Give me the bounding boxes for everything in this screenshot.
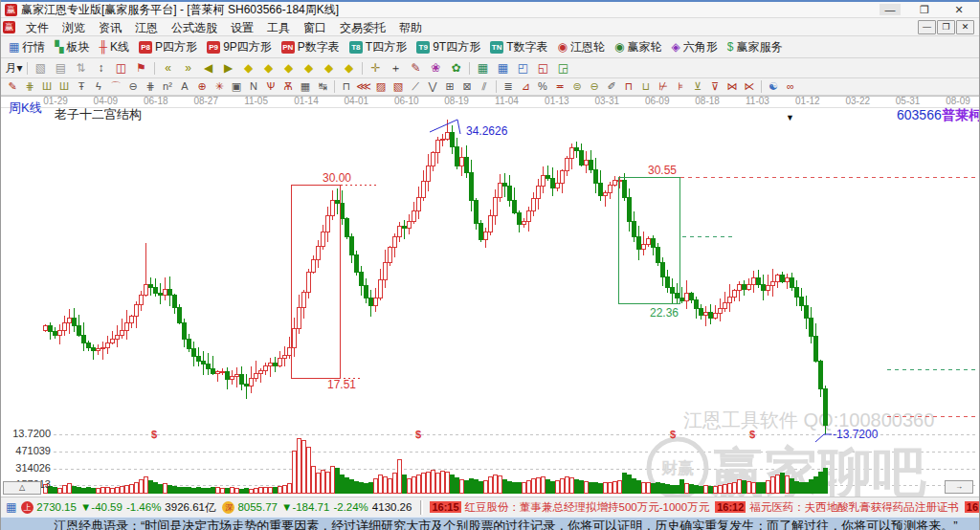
news-item-text-1[interactable]: 福元医药：夫西地酸乳膏获得药品注册证书 (749, 500, 959, 515)
save-disk-icon[interactable]: ◱ (533, 59, 553, 77)
kline-chart-area[interactable]: 01-2904-0906-1808-2711-0501-1404-0106-10… (1, 96, 979, 497)
diamond-nav-icon-6[interactable]: ◆ (339, 59, 359, 77)
j-line-tool-icon[interactable]: ⊬ (655, 79, 672, 94)
angle-measure-tool-icon[interactable]: A (176, 79, 193, 94)
shaded-box-tool-icon[interactable]: ▨ (372, 79, 390, 94)
mdi-minimize-button[interactable]: — (918, 20, 936, 34)
szse-index-icon[interactable]: 深 (222, 501, 234, 514)
percent-line-tool-icon[interactable]: ≖ (551, 79, 568, 94)
scale-icon[interactable]: ↕ (91, 59, 111, 77)
wave-tool-icon[interactable]: Ν (245, 79, 262, 94)
last-page-icon[interactable]: » (178, 59, 198, 77)
calendar-icon[interactable]: ▦ (473, 59, 493, 77)
gold-circle-tool-icon[interactable]: ⊜ (568, 79, 586, 94)
menu-item-6[interactable]: 工具 (260, 21, 297, 34)
spiral-tool-icon[interactable]: ϟ (90, 79, 107, 94)
info-panel-icon[interactable]: ▤ (51, 59, 71, 77)
k-line-tool-icon[interactable]: ⋉ (741, 79, 758, 94)
marker-icon[interactable]: ◫ (111, 59, 131, 77)
p-number-table-button[interactable]: PNP数字表 (277, 37, 345, 56)
pencil-tool-icon[interactable]: ✎ (4, 79, 21, 94)
gann-fan-tool-icon[interactable]: Ш (38, 79, 56, 94)
matrix-tool-icon[interactable]: ▦ (297, 79, 314, 94)
circle-target-tool-icon[interactable]: ⊕ (193, 79, 211, 94)
winner-wheel-button[interactable]: ◉赢家轮 (610, 37, 666, 56)
menu-item-7[interactable]: 窗口 (297, 21, 333, 34)
scroll-right-button[interactable]: → (945, 480, 973, 494)
sectors-button[interactable]: ▚板块 (50, 37, 94, 56)
menu-item-4[interactable]: 公式选股 (165, 21, 224, 34)
percent-tool-icon[interactable]: % (534, 79, 551, 94)
news-item-text-0[interactable]: 红豆股份：董事兼总经理拟增持500万元-1000万元 (465, 500, 710, 515)
t9-square-button[interactable]: T99T四方形 (412, 37, 485, 56)
session-icon[interactable]: ✿ (446, 59, 466, 77)
f-line-tool-icon[interactable]: ⊧ (672, 79, 689, 94)
menu-item-2[interactable]: 资讯 (92, 21, 128, 34)
taiji-icon[interactable]: ☯ (765, 79, 782, 94)
t-square-button[interactable]: T8T四方形 (345, 37, 412, 56)
winner-service-button[interactable]: $赢家服务 (723, 37, 788, 56)
maximize-button[interactable]: ❐ (914, 4, 935, 16)
quotes-button[interactable]: ▦行情 (4, 37, 50, 56)
grid-table-tool-icon[interactable]: ⊞ (441, 79, 458, 94)
flag-icon[interactable]: ⚑ (131, 59, 151, 77)
expand-left-button[interactable]: △ (3, 481, 41, 495)
send-icon[interactable]: ◲ (553, 59, 573, 77)
minimize-button[interactable]: — (880, 4, 901, 15)
matrix-table-tool-icon[interactable]: ⊠ (458, 79, 476, 94)
gann-grid-tool-icon[interactable]: ⋕ (21, 79, 38, 94)
hand-tool-icon[interactable]: ✛ (366, 59, 386, 77)
save-layout-icon[interactable]: ◰ (513, 59, 533, 77)
gann-wheel-button[interactable]: ◉江恩轮 (553, 37, 610, 56)
filled-box-tool-icon[interactable]: ▧ (390, 79, 407, 94)
time-cycle-tool-icon[interactable]: Ѱ (262, 79, 279, 94)
gift-icon[interactable]: ❀ (426, 59, 446, 77)
width-measure-tool-icon[interactable]: ↹ (314, 79, 331, 94)
crosshair-icon[interactable]: ＋ (386, 59, 406, 77)
overlay-icon[interactable]: ▧ (31, 59, 51, 77)
n-square-tool-icon[interactable]: n² (159, 79, 176, 94)
kline-chart-svg[interactable]: 01-2904-0906-1808-2711-0501-1404-0106-10… (1, 97, 980, 497)
gold-line-tool-icon[interactable]: ⊖ (586, 79, 603, 94)
z-line-tool-icon[interactable]: ⊽ (706, 79, 724, 94)
measure-icon[interactable]: ✎ (406, 59, 426, 77)
gold-box-tool-icon[interactable]: ⊔ (637, 79, 655, 94)
pen-measure-tool-icon[interactable]: ✐ (603, 79, 620, 94)
percent-zone-tool-icon[interactable]: ⊿ (517, 79, 534, 94)
mdi-close-button[interactable]: ✕ (956, 20, 974, 34)
grid-lines-tool-icon[interactable]: ⋕ (142, 79, 159, 94)
menu-item-3[interactable]: 江恩 (128, 21, 165, 34)
p-square-button[interactable]: P8P四方形 (134, 37, 202, 56)
menu-item-8[interactable]: 交易委托 (333, 21, 392, 34)
x-line-tool-icon[interactable]: ⋈ (724, 79, 741, 94)
fib-tool-icon[interactable]: ≣ (500, 79, 517, 94)
rays-tool-icon[interactable]: ⋘ (355, 79, 372, 94)
p9-square-button[interactable]: P99P四方形 (202, 37, 277, 56)
period-month-button[interactable]: 月▾ (4, 59, 24, 77)
close-button[interactable]: ✕ (948, 4, 969, 16)
square-tool-icon[interactable]: ⊓ (338, 79, 355, 94)
trend-small-icon[interactable]: ⇅ (71, 59, 91, 77)
channel-tool-icon[interactable]: ⊓ (620, 79, 637, 94)
hexagon-button[interactable]: ◈六角形 (667, 37, 723, 56)
diamond-nav-icon-2[interactable]: ◆ (258, 59, 278, 77)
starburst-tool-icon[interactable]: ✳ (211, 79, 228, 94)
sse-index-icon[interactable]: 上 (21, 501, 33, 514)
mdi-restore-button[interactable]: ❐ (937, 20, 955, 34)
news-time-badge-0[interactable]: 16:15 (430, 501, 460, 513)
diamond-nav-icon-1[interactable]: ◆ (238, 59, 258, 77)
diamond-nav-icon-4[interactable]: ◆ (299, 59, 319, 77)
menu-item-5[interactable]: 设置 (224, 21, 260, 34)
price-cycle-tool-icon[interactable]: Ѫ (279, 79, 297, 94)
news-time-badge-1[interactable]: 16:12 (715, 501, 746, 513)
diamond-nav-icon-5[interactable]: ◆ (319, 59, 339, 77)
kline-button[interactable]: ╫K线 (95, 37, 135, 56)
next-page-icon[interactable]: ▶ (218, 59, 238, 77)
prev-page-icon[interactable]: ◀ (198, 59, 218, 77)
market-grid-icon[interactable]: ▦ (6, 500, 16, 514)
calculator-icon[interactable]: ▦ (493, 59, 513, 77)
gann-box-tool-icon[interactable]: Ш (56, 79, 73, 94)
s-line-tool-icon[interactable]: ⊻ (689, 79, 706, 94)
first-page-icon[interactable]: « (158, 59, 178, 77)
menu-item-1[interactable]: 浏览 (56, 21, 92, 34)
